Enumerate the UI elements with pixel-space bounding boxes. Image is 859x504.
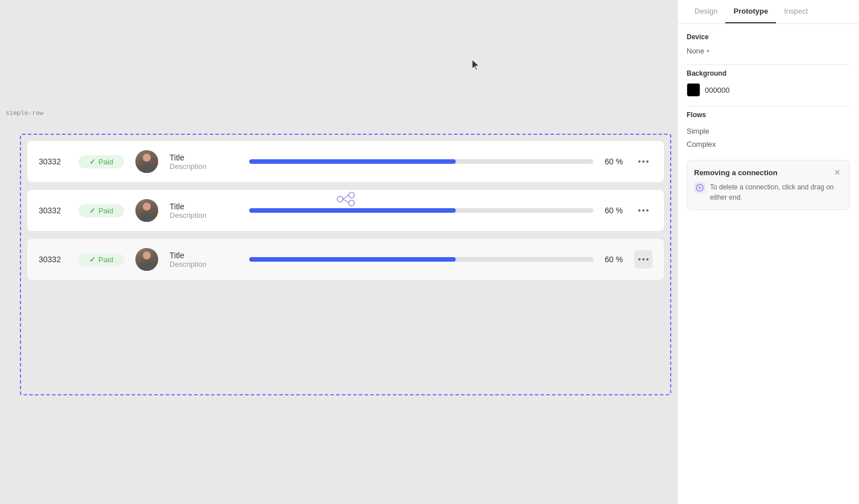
progress-bar-fill <box>249 159 456 164</box>
chevron-down-icon: ▾ <box>707 48 709 54</box>
check-icon: ✓ <box>89 255 96 264</box>
removing-connection-notice: Removing a connection ✕ To delete a conn… <box>687 160 850 210</box>
tab-prototype[interactable]: Prototype <box>725 0 776 23</box>
flow-item-simple[interactable]: Simple <box>687 125 850 138</box>
svg-point-5 <box>337 196 343 202</box>
removing-connection-header: Removing a connection ✕ <box>694 167 843 177</box>
progress-bar-background <box>249 208 593 213</box>
divider <box>687 64 850 65</box>
svg-line-11 <box>699 187 701 189</box>
progress-bar-background <box>249 159 593 164</box>
svg-point-6 <box>349 192 354 198</box>
status-badge: ✓ Paid <box>79 204 124 217</box>
svg-line-9 <box>343 199 349 203</box>
row-id: 30332 <box>39 206 67 215</box>
title-group: Title Description <box>170 251 238 268</box>
title-group: Title Description <box>170 153 238 171</box>
check-icon: ✓ <box>89 206 96 215</box>
row-description: Description <box>170 211 238 220</box>
status-badge: ✓ Paid <box>79 155 124 168</box>
avatar <box>135 199 158 222</box>
row-id: 30332 <box>39 255 67 264</box>
device-row: None ▾ <box>687 47 850 55</box>
progress-bar-background <box>249 257 593 262</box>
progress-area: 60 % <box>249 206 623 215</box>
removing-connection-text: To delete a connection, click and drag o… <box>710 182 843 203</box>
row-title: Title <box>170 202 238 211</box>
rows-wrapper: 30332 ✓ Paid Title Description 60 % <box>27 141 664 287</box>
panel-content: Device None ▾ Background 000000 Flows Si… <box>678 24 859 228</box>
background-color-swatch[interactable] <box>687 83 700 97</box>
background-hex: 000000 <box>705 86 729 94</box>
ellipsis-icon <box>638 160 649 163</box>
table-row[interactable]: 30332 ✓ Paid Title Description 60 % <box>27 141 664 183</box>
device-value: None <box>687 47 704 55</box>
selection-container: 30332 ✓ Paid Title Description 60 % <box>20 134 671 395</box>
removing-connection-title: Removing a connection <box>694 168 778 177</box>
tab-design[interactable]: Design <box>687 0 725 23</box>
flows-section: Flows Simple Complex <box>687 111 850 151</box>
status-badge: ✓ Paid <box>79 253 124 266</box>
progress-area: 60 % <box>249 255 623 264</box>
row-description: Description <box>170 260 238 268</box>
simple-row-label: simple-row <box>6 109 43 117</box>
more-options-button[interactable] <box>634 201 652 220</box>
right-panel: Design Prototype Inspect Device None ▾ B… <box>677 0 859 504</box>
row-title: Title <box>170 251 238 260</box>
check-icon: ✓ <box>89 158 96 166</box>
tab-inspect[interactable]: Inspect <box>776 0 816 23</box>
svg-point-7 <box>349 200 354 206</box>
canvas-area: simple-row 30332 ✓ Paid Title Descriptio… <box>0 0 677 504</box>
more-options-button[interactable] <box>634 152 652 171</box>
device-label: Device <box>687 33 850 41</box>
panel-tabs: Design Prototype Inspect <box>678 0 859 24</box>
more-options-button[interactable] <box>634 250 652 268</box>
progress-label: 60 % <box>600 255 623 264</box>
progress-label: 60 % <box>600 206 623 215</box>
title-group: Title Description <box>170 202 238 220</box>
avatar <box>135 248 158 271</box>
background-section: Background 000000 <box>687 69 850 97</box>
flows-label: Flows <box>687 111 850 119</box>
row-description: Description <box>170 162 238 171</box>
close-button[interactable]: ✕ <box>832 167 843 177</box>
progress-area: 60 % <box>249 157 623 166</box>
avatar <box>135 150 158 173</box>
table-row[interactable]: 30332 ✓ Paid Title Description 60 % <box>27 238 664 280</box>
divider <box>687 106 850 106</box>
flow-item-complex[interactable]: Complex <box>687 138 850 151</box>
connection-info-icon <box>694 182 705 193</box>
connection-icon <box>336 191 356 210</box>
device-select[interactable]: None ▾ <box>687 47 709 55</box>
progress-bar-fill <box>249 257 456 262</box>
row-id: 30332 <box>39 157 67 166</box>
background-label: Background <box>687 69 850 77</box>
device-section: Device None ▾ <box>687 33 850 55</box>
progress-label: 60 % <box>600 157 623 166</box>
removing-connection-body: To delete a connection, click and drag o… <box>694 182 843 203</box>
ellipsis-icon <box>638 209 649 212</box>
row-title: Title <box>170 153 238 162</box>
background-row: 000000 <box>687 83 850 97</box>
ellipsis-icon <box>638 258 649 261</box>
svg-line-8 <box>343 195 349 199</box>
